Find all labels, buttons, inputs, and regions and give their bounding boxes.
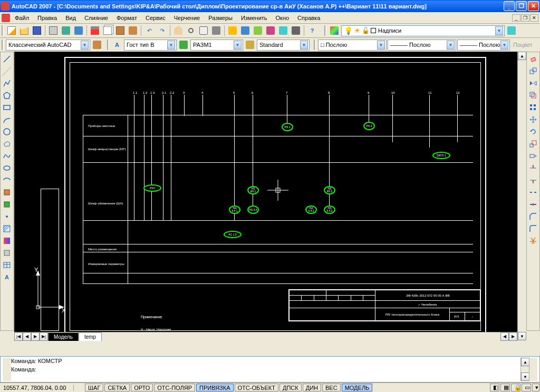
menu-tools[interactable]: Сервис [142,14,169,22]
extend-tool[interactable] [527,174,539,186]
doc-close[interactable]: ✕ [530,14,538,22]
markup-button[interactable] [277,25,289,36]
cmd-scroll-up[interactable]: ▲ [521,358,529,366]
vscrollbar[interactable]: ▲ ▼ [517,52,526,340]
offset-tool[interactable] [527,90,539,101]
open-button[interactable] [18,25,30,36]
point-tool[interactable] [1,211,13,222]
menu-format[interactable]: Формат [113,14,141,22]
cut-button[interactable] [89,25,101,36]
dyn-toggle[interactable]: ДИН [303,384,321,391]
ducs-toggle[interactable]: ДПСК [279,384,302,391]
minimize-button[interactable]: _ [504,1,515,11]
stretch-tool[interactable] [527,150,539,162]
help-button[interactable]: ? [306,25,318,36]
join-tool[interactable] [527,199,539,210]
make-block-tool[interactable] [1,199,13,210]
properties-button[interactable] [227,25,238,36]
table-tool[interactable] [1,259,13,271]
command-line[interactable]: Команда: КОМСТР Команда: ▲ ▼ [0,356,540,383]
insert-block-tool[interactable] [1,187,13,198]
status-tray-icon[interactable]: ▾ [532,384,539,391]
scroll-left-button[interactable]: ◀ [500,332,509,341]
workspace-settings-button[interactable] [91,39,103,51]
match-button[interactable] [127,25,139,36]
color-dropdown[interactable]: □ Послою▼ [318,40,387,51]
doc-minimize[interactable]: _ [512,14,520,22]
copy-tool[interactable] [527,65,539,77]
hscrollbar[interactable]: |◀ ◀ ▶ ▶| Модель temp ◀ ▶ [14,332,517,340]
sheetset-button[interactable] [265,25,276,36]
prev-tab-button[interactable]: ◀ [23,332,31,341]
region-tool[interactable] [1,247,13,259]
circle-tool[interactable] [1,126,13,138]
tablestyle-button[interactable] [244,39,256,51]
close-button[interactable]: ✕ [528,1,539,11]
cmd-scroll-down[interactable]: ▼ [521,373,529,381]
chamfer-tool[interactable] [527,211,539,222]
designcenter-button[interactable] [239,25,251,36]
new-button[interactable] [6,25,17,36]
menu-merge[interactable]: Слияние [81,14,112,22]
status-lock-icon[interactable]: 🔒 [511,384,520,391]
lwt-toggle[interactable]: ВЕС [322,384,341,391]
zoom-button[interactable] [185,25,197,36]
textstyle-button[interactable]: A [111,39,123,51]
lineweight-dropdown[interactable]: ——— Послою▼ [457,40,510,51]
maximize-button[interactable]: ❐ [516,1,527,11]
polar-toggle[interactable]: ОТС-ПОЛЯР [154,384,195,391]
fillet-tool[interactable] [527,223,539,234]
spline-tool[interactable] [1,150,13,162]
tab-model[interactable]: Модель [48,332,79,341]
paste-button[interactable] [114,25,126,36]
preview-button[interactable] [60,25,72,36]
menu-help[interactable]: Справка [294,14,324,22]
grid-toggle[interactable]: СЕТКА [104,384,130,391]
ortho-toggle[interactable]: ОРТО [131,384,153,391]
menu-dimension[interactable]: Размеры [205,14,236,22]
menu-view[interactable]: Вид [62,14,80,22]
explode-tool[interactable] [527,235,539,247]
snap-toggle[interactable]: ШАГ [85,384,103,391]
grip[interactable] [2,40,4,50]
move-tool[interactable] [527,114,539,125]
polyline-tool[interactable] [1,77,13,89]
gradient-tool[interactable] [1,235,13,247]
next-tab-button[interactable]: ▶ [31,332,40,341]
grip[interactable] [324,25,326,36]
scale-tool[interactable] [527,138,539,150]
workspace-dropdown[interactable]: Классический AutoCAD▼ [6,40,90,51]
tablestyle-dropdown[interactable]: Standard▼ [257,40,310,51]
arc-tool[interactable] [1,114,13,125]
coordinates[interactable]: 10557.47, 7806.04, 0.00 [0,385,74,391]
grip[interactable] [2,25,4,36]
scroll-right-button[interactable]: ▶ [509,332,517,341]
menu-file[interactable]: Файл [11,14,33,22]
drawing-canvas[interactable]: 1.1 1.2 1.3 2.1 2.2 3 4 5 6 7 8 9 10 11 … [14,52,526,340]
array-tool[interactable] [527,102,539,113]
construction-line-tool[interactable] [1,65,13,77]
zoom-prev-button[interactable] [210,25,222,36]
mirror-tool[interactable] [527,77,539,89]
linetype-dropdown[interactable]: ——— Послою▼ [388,40,456,51]
break-tool[interactable] [527,187,539,198]
layer-prev-button[interactable] [506,25,517,36]
layer-manager-button[interactable] [329,25,340,36]
textstyle-dropdown[interactable]: Гост тип В▼ [124,40,177,51]
plot-button[interactable] [47,25,59,36]
menu-edit[interactable]: Правка [34,14,61,22]
menu-modify[interactable]: Изменить [237,14,271,22]
copy-button[interactable] [102,25,113,36]
tab-temp[interactable]: temp [79,332,102,341]
rectangle-tool[interactable] [1,102,13,113]
first-tab-button[interactable]: |◀ [14,332,23,341]
calc-button[interactable] [290,25,302,36]
status-icon[interactable]: ◧ [490,384,499,391]
rotate-tool[interactable] [527,126,539,138]
scroll-up-button[interactable]: ▲ [518,52,526,60]
erase-tool[interactable] [527,53,539,65]
status-icon[interactable]: ▭ [522,384,531,391]
zoom-window-button[interactable] [198,25,209,36]
scroll-down-button[interactable]: ▼ [518,332,526,340]
dimstyle-dropdown[interactable]: РАЗМ1▼ [190,40,243,51]
